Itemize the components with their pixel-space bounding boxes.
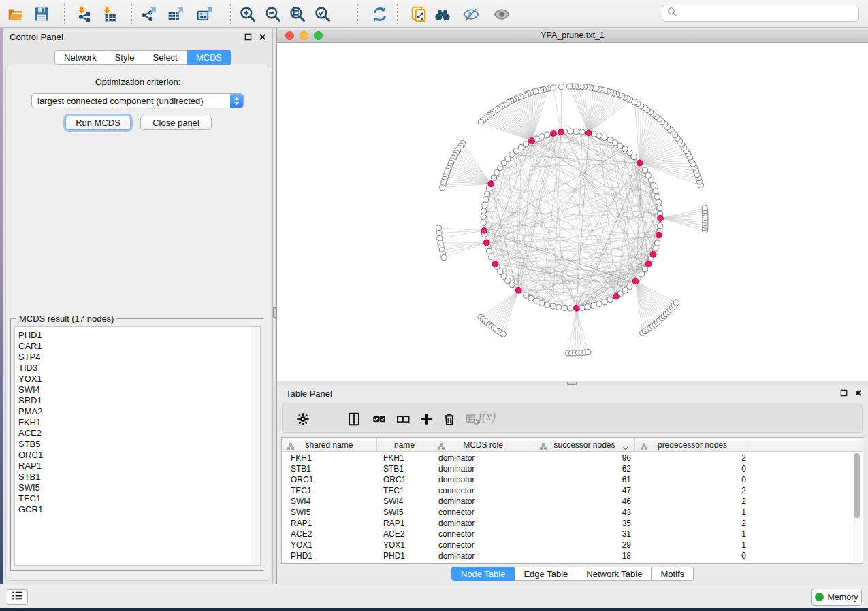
tab-node-table[interactable]: Node Table (451, 567, 515, 581)
table-options-button[interactable] (294, 410, 312, 428)
vertical-splitter-grip[interactable] (273, 307, 276, 318)
mcds-result-item[interactable]: ORC1 (18, 450, 260, 461)
network-window-titlebar[interactable]: YPA_prune.txt_1 (277, 29, 868, 43)
mcds-result-item[interactable]: STP4 (18, 352, 260, 363)
table-scrollbar[interactable] (852, 453, 861, 562)
table-cell: 0 (635, 474, 750, 485)
table-cell: 2 (635, 496, 750, 507)
table-cell: PHD1 (282, 550, 377, 561)
run-mcds-button[interactable]: Run MCDS (65, 116, 131, 130)
export-network-button[interactable] (138, 3, 159, 25)
mcds-result-item[interactable]: TID3 (18, 363, 260, 374)
table-panel-tabs: Node TableEdge TableNetwork TableMotifs (277, 567, 868, 581)
table-cell: YOX1 (377, 540, 432, 550)
mcds-result-item[interactable]: SWI5 (18, 482, 260, 493)
tab-mcds[interactable]: MCDS (187, 50, 231, 65)
import-table-icon (100, 5, 118, 23)
show-details-button[interactable] (491, 3, 513, 25)
column-header-predecessor-nodes[interactable]: predecessor nodes (635, 438, 750, 451)
tab-select[interactable]: Select (144, 50, 187, 65)
table-row[interactable]: STB1STB1dominator620 (282, 463, 863, 474)
export-image-button[interactable] (194, 3, 216, 25)
clear-selection-button[interactable] (394, 410, 412, 428)
close-table-panel-icon[interactable] (853, 388, 863, 397)
table-cell: 31 (534, 529, 635, 540)
table-cell: ORC1 (377, 474, 432, 485)
find-button[interactable] (432, 3, 453, 25)
mcds-result-item[interactable]: RAP1 (18, 461, 260, 472)
table-row[interactable]: RAP1RAP1dominator352 (282, 518, 863, 529)
find-icon (434, 5, 451, 23)
mcds-result-item[interactable]: GCR1 (18, 504, 260, 515)
column-header-MCDS-role[interactable]: MCDS role (432, 438, 534, 451)
refresh-button[interactable] (369, 3, 391, 25)
import-network-icon (75, 5, 93, 23)
mcds-result-item[interactable]: PHD1 (18, 330, 260, 341)
mcds-result-list[interactable]: PHD1CAR1STP4TID3YOX1SWI4SRD1PMA2FKH1ACE2… (14, 326, 261, 566)
mcds-result-item[interactable]: SRD1 (18, 395, 260, 406)
tab-edge-table[interactable]: Edge Table (515, 567, 577, 581)
tab-network[interactable]: Network (54, 50, 106, 65)
search-input[interactable] (678, 7, 858, 20)
import-table-button[interactable] (98, 3, 120, 25)
mcds-list-scrollbar[interactable] (251, 327, 259, 566)
add-column-button[interactable] (417, 410, 435, 428)
task-history-button[interactable] (7, 589, 28, 605)
select-all-button[interactable] (370, 410, 388, 428)
tab-network-table[interactable]: Network Table (577, 567, 652, 581)
show-columns-button[interactable] (345, 410, 363, 428)
table-row[interactable]: ACE2ACE2connector311 (282, 529, 863, 540)
criterion-dropdown[interactable]: largest connected component (undirected) (31, 93, 244, 108)
criterion-dropdown-value: largest connected component (undirected) (32, 96, 230, 106)
open-file-button[interactable] (5, 3, 27, 25)
table-cell: dominator (432, 474, 534, 485)
memory-button[interactable]: Memory (811, 589, 862, 606)
table-row[interactable]: YOX1YOX1connector291 (282, 540, 863, 550)
mcds-result-item[interactable]: TEC1 (18, 493, 260, 504)
table-cell: connector (432, 485, 534, 496)
table-row[interactable]: TEC1TEC1connector472 (282, 485, 863, 496)
tab-style[interactable]: Style (106, 50, 144, 65)
column-header-shared-name[interactable]: shared name (282, 438, 377, 451)
network-canvas[interactable] (277, 43, 868, 381)
table-row[interactable]: FKH1FKH1dominator962 (282, 452, 863, 463)
import-network-button[interactable] (73, 3, 95, 25)
table-row[interactable]: PHD1PHD1dominator180 (282, 550, 863, 561)
table-row[interactable]: SWI5SWI5connector431 (282, 507, 863, 518)
delete-columns-button[interactable] (440, 410, 458, 428)
table-row[interactable]: SWI4SWI4dominator462 (282, 496, 863, 507)
mcds-result-item[interactable]: YOX1 (18, 374, 260, 384)
mcds-result-item[interactable]: PMA2 (18, 406, 260, 417)
float-panel-icon[interactable] (243, 32, 253, 42)
table-toolbar: f(x) (282, 403, 863, 433)
zoom-selected-button[interactable] (312, 3, 334, 25)
mcds-result-item[interactable]: STB1 (18, 472, 260, 482)
column-header-successor-nodes[interactable]: successor nodes (534, 438, 635, 451)
refresh-icon (371, 5, 389, 23)
zoom-fit-button[interactable] (287, 3, 308, 25)
table-row[interactable]: ORC1ORC1dominator610 (282, 474, 863, 485)
search-box[interactable] (662, 5, 859, 22)
zoom-in-button[interactable] (237, 3, 259, 25)
export-table-button[interactable] (165, 3, 187, 25)
mcds-result-item[interactable]: FKH1 (18, 417, 260, 428)
zoom-out-button[interactable] (262, 3, 284, 25)
hide-details-button[interactable] (460, 3, 482, 25)
close-panel-icon[interactable] (257, 32, 267, 42)
node-table: shared namenameMCDS rolesuccessor nodesp… (281, 437, 863, 564)
float-table-panel-icon[interactable] (839, 388, 848, 397)
table-cell: 35 (534, 518, 635, 529)
clone-network-button[interactable] (408, 3, 430, 25)
mcds-result-item[interactable]: CAR1 (18, 341, 260, 352)
save-session-button[interactable] (31, 3, 52, 25)
tab-motifs[interactable]: Motifs (652, 567, 694, 581)
mcds-result-item[interactable]: SWI4 (18, 384, 260, 395)
mcds-result-item[interactable]: ACE2 (18, 428, 260, 439)
mcds-result-item[interactable]: STB5 (18, 439, 260, 450)
column-header-name[interactable]: name (377, 438, 432, 451)
vertical-splitter[interactable] (272, 28, 277, 584)
close-panel-button[interactable]: Close panel (140, 116, 212, 130)
table-cell: FKH1 (282, 452, 377, 463)
table-scrollbar-thumb[interactable] (854, 453, 860, 518)
network-graph[interactable] (277, 43, 865, 381)
